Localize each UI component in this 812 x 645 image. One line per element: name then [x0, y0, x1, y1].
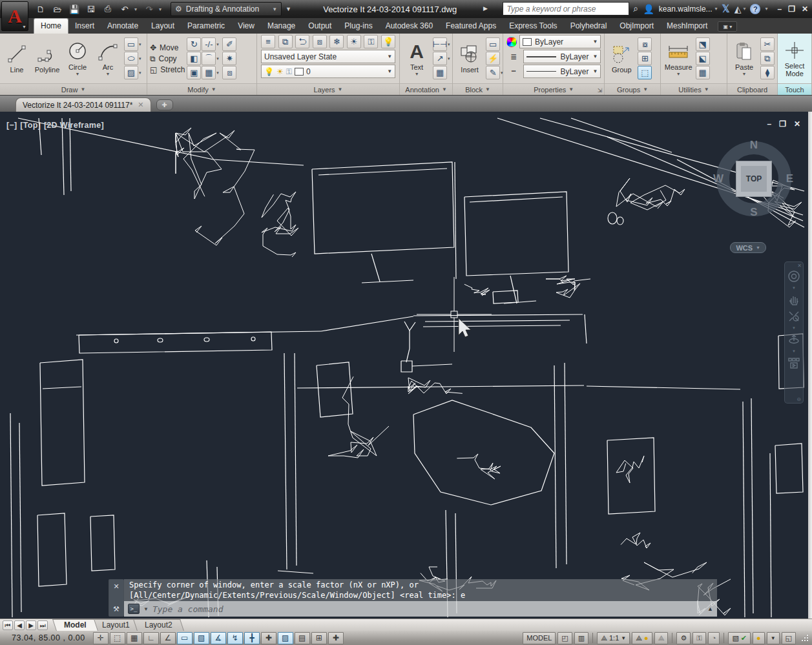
help-button[interactable]: ? — [750, 4, 760, 14]
toggle-object-snap[interactable]: ▭ — [177, 632, 193, 644]
isolate-objects-button[interactable]: ● — [753, 632, 765, 644]
ellipse-tool-button[interactable]: ⬭ — [124, 52, 138, 65]
ribbon-tab-autodesk-360[interactable]: Autodesk 360 — [379, 19, 439, 34]
annotation-autoscale-button[interactable]: ⟁ — [654, 632, 669, 644]
layer-freeze-sun-icon[interactable]: ☀ — [276, 67, 284, 76]
ribbon-tab-layout[interactable]: Layout — [145, 19, 181, 34]
block-attributes-button[interactable]: ✎ — [486, 66, 500, 79]
ribbon-tab-polyhedral[interactable]: Polyhedral — [564, 19, 614, 34]
trim-button[interactable]: -/- — [202, 37, 216, 51]
toggle-transparency[interactable]: ▨ — [278, 632, 293, 644]
fillet-button[interactable]: ⌒ — [202, 52, 216, 65]
navbar-close-icon[interactable]: ✕ — [797, 263, 802, 269]
polyline-button[interactable]: Polyline — [33, 43, 61, 74]
properties-launcher-icon[interactable]: ⇲ — [598, 87, 603, 94]
panel-footer-properties[interactable]: Properties▼⇲ — [503, 83, 604, 95]
model-space-button[interactable]: MODEL — [523, 632, 556, 644]
ungroup-button[interactable]: ⧇ — [638, 37, 652, 51]
dimension-button[interactable]: ⊢⊣ — [433, 37, 447, 51]
paste-dropdown-icon[interactable]: ▼ — [742, 72, 747, 76]
ellipse-dropdown-icon[interactable]: ▾ — [139, 56, 144, 61]
hardware-acceleration-button[interactable]: ▧✔ — [728, 632, 751, 644]
viewport-visual-style-control[interactable]: [2D Wireframe] — [44, 121, 104, 130]
showmotion-icon[interactable] — [787, 356, 801, 369]
toggle-lineweight[interactable]: ✚ — [261, 632, 276, 644]
ribbon-tab-featured-apps[interactable]: Featured Apps — [439, 19, 503, 34]
next-layout-button[interactable]: ▶ — [26, 620, 36, 630]
panel-footer-annotation[interactable]: Annotation▼ — [400, 83, 452, 95]
ribbon-display-toggle-button[interactable]: ▣ ▾ — [718, 21, 737, 32]
layer-match-button[interactable]: ⧉ — [278, 35, 293, 48]
arc-dropdown-icon[interactable]: ▼ — [106, 72, 110, 76]
layer-freeze-button[interactable]: ❄ — [329, 35, 344, 48]
select-similar-button[interactable]: ⬕ — [696, 52, 710, 65]
resize-grip[interactable] — [802, 635, 808, 641]
prev-layout-button[interactable]: ◀ — [14, 620, 25, 630]
exchange-apps-icon[interactable]: 𝕏 — [722, 3, 730, 15]
quick-select-button[interactable]: ⬔ — [696, 37, 710, 51]
group-button[interactable]: Group — [607, 43, 636, 74]
layer-unlock-button[interactable]: 💡 — [381, 35, 395, 48]
ribbon-tab-insert[interactable]: Insert — [68, 19, 101, 34]
insert-button[interactable]: Insert — [455, 43, 484, 74]
line-button[interactable]: Line — [3, 43, 31, 74]
command-prompt-icon[interactable]: >_ — [128, 604, 140, 614]
status-menu-button[interactable]: ◔ — [708, 632, 720, 644]
new-file-button[interactable]: 🗋 — [34, 3, 48, 15]
navbar-minimize-icon[interactable]: ⊖ — [796, 396, 801, 402]
drawing-area[interactable]: [−] [Top] [2D Wireframe] – ❐ ✕ N S W E T… — [0, 112, 812, 619]
table-button[interactable]: ▦ — [433, 66, 447, 79]
rotate-button[interactable]: ↻ — [187, 37, 201, 51]
drawing-restore-button[interactable]: ❐ — [779, 119, 786, 128]
restore-button[interactable]: ❐ — [788, 5, 795, 14]
stretch-button[interactable]: ◱Stretch — [150, 65, 185, 74]
annotation-visibility-button[interactable]: ⟁● — [632, 632, 652, 644]
ribbon-tab-meshimport[interactable]: MeshImport — [660, 19, 714, 34]
panel-footer-utilities[interactable]: Utilities▼ — [661, 83, 727, 95]
application-menu-button[interactable]: A ▼ — [1, 1, 28, 31]
trim-dropdown-icon[interactable]: ▾ — [216, 42, 222, 47]
coordinates-readout[interactable]: 73.04, 85.00 , 0.00 — [3, 633, 92, 642]
ribbon-tab-plug-ins[interactable]: Plug-ins — [338, 19, 379, 34]
paste-special-button[interactable]: ⧫ — [760, 66, 775, 79]
save-as-button[interactable]: 🖫 — [84, 3, 98, 15]
quick-view-drawings-button[interactable]: ▥ — [574, 632, 588, 644]
undo-button[interactable]: ↶ — [118, 3, 132, 15]
layer-off-button[interactable]: ☀ — [347, 35, 361, 48]
redo-button[interactable]: ↷ — [142, 3, 156, 15]
cut-button[interactable]: ✂ — [760, 37, 775, 51]
explode-button[interactable]: ✷ — [222, 52, 236, 65]
hatch-dropdown-icon[interactable]: ▾ — [139, 70, 144, 76]
panel-footer-draw[interactable]: Draw▼ — [0, 83, 147, 95]
search-binoculars-icon[interactable]: ⌕ — [634, 3, 639, 14]
redo-dropdown-icon[interactable]: ▾ — [159, 6, 164, 12]
drawing-minimize-button[interactable]: – — [767, 119, 771, 128]
toggle-polar-tracking[interactable]: ∠ — [160, 632, 176, 644]
command-input-placeholder[interactable]: Type a command — [152, 604, 224, 614]
paste-button[interactable]: Paste ▼ — [730, 40, 758, 77]
rectangle-tool-button[interactable]: ▭ — [124, 37, 138, 51]
select-mode-button[interactable]: Select Mode — [780, 39, 809, 78]
erase-button[interactable]: ✐ — [222, 37, 236, 51]
wcs-menu[interactable]: WCS▼ — [730, 242, 766, 253]
ribbon-tab-annotate[interactable]: Annotate — [101, 19, 145, 34]
plot-button[interactable]: ⎙ — [101, 3, 115, 15]
ribbon-tab-parametric[interactable]: Parametric — [181, 19, 231, 34]
viewcube-north[interactable]: N — [750, 139, 758, 152]
open-file-button[interactable]: 🗁 — [50, 3, 65, 15]
command-close-icon[interactable]: ✕ — [113, 582, 119, 591]
text-button[interactable]: A Text ▼ — [402, 40, 431, 77]
close-button[interactable]: ✕ — [802, 5, 808, 14]
text-dropdown-icon[interactable]: ▼ — [415, 72, 419, 76]
toggle-grid-display[interactable]: ▦ — [127, 632, 142, 644]
array-button[interactable]: ▦ — [202, 66, 216, 79]
toolbar-lock-button[interactable]: ⚿ — [692, 632, 705, 644]
ribbon-tab-view[interactable]: View — [231, 19, 261, 34]
toggle-3d-object-snap[interactable]: ▧ — [194, 632, 209, 644]
viewcube-west[interactable]: W — [713, 172, 724, 185]
quick-calculator-button[interactable]: ▦ — [696, 66, 710, 79]
help-dropdown-icon[interactable]: ▾ — [765, 6, 767, 12]
zoom-extents-icon[interactable] — [787, 310, 801, 323]
leader-dropdown-icon[interactable]: ▾ — [448, 56, 453, 61]
viewcube-top-face[interactable]: TOP — [736, 161, 772, 197]
